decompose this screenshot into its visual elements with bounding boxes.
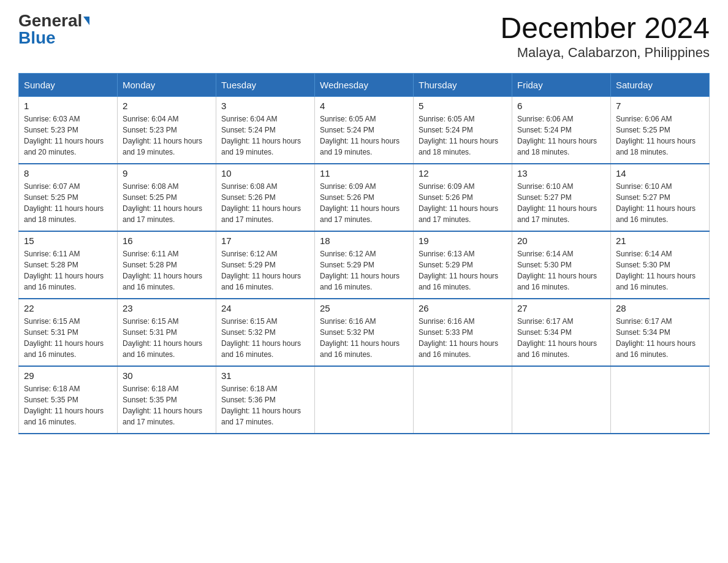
day-info: Sunrise: 6:18 AM Sunset: 5:35 PM Dayligh… <box>123 383 211 427</box>
calendar-cell: 9 Sunrise: 6:08 AM Sunset: 5:25 PM Dayli… <box>118 164 216 231</box>
day-number: 15 <box>24 236 112 246</box>
calendar-cell: 10 Sunrise: 6:08 AM Sunset: 5:26 PM Dayl… <box>216 164 315 231</box>
day-info: Sunrise: 6:13 AM Sunset: 5:29 PM Dayligh… <box>419 248 507 293</box>
day-number: 9 <box>123 168 211 178</box>
day-info: Sunrise: 6:04 AM Sunset: 5:24 PM Dayligh… <box>221 113 309 158</box>
calendar-day-header: Saturday <box>611 73 710 96</box>
day-info: Sunrise: 6:11 AM Sunset: 5:28 PM Dayligh… <box>24 248 112 293</box>
day-info: Sunrise: 6:03 AM Sunset: 5:23 PM Dayligh… <box>24 113 112 158</box>
calendar-cell: 26 Sunrise: 6:16 AM Sunset: 5:33 PM Dayl… <box>414 299 512 366</box>
calendar-cell: 31 Sunrise: 6:18 AM Sunset: 5:36 PM Dayl… <box>216 366 315 434</box>
calendar-cell: 15 Sunrise: 6:11 AM Sunset: 5:28 PM Dayl… <box>19 231 118 299</box>
page-header: General Blue December 2024 Malaya, Calab… <box>18 12 710 61</box>
day-info: Sunrise: 6:12 AM Sunset: 5:29 PM Dayligh… <box>221 248 309 293</box>
day-number: 25 <box>320 303 408 313</box>
day-info: Sunrise: 6:06 AM Sunset: 5:24 PM Dayligh… <box>517 113 605 158</box>
calendar-cell: 24 Sunrise: 6:15 AM Sunset: 5:32 PM Dayl… <box>216 299 315 366</box>
calendar-cell: 5 Sunrise: 6:05 AM Sunset: 5:24 PM Dayli… <box>414 96 512 164</box>
day-number: 31 <box>221 370 309 381</box>
day-number: 8 <box>24 168 112 178</box>
calendar-day-header: Friday <box>512 73 611 96</box>
calendar-cell: 23 Sunrise: 6:15 AM Sunset: 5:31 PM Dayl… <box>118 299 216 366</box>
calendar-week-row: 1 Sunrise: 6:03 AM Sunset: 5:23 PM Dayli… <box>19 96 710 164</box>
day-info: Sunrise: 6:11 AM Sunset: 5:28 PM Dayligh… <box>123 248 211 293</box>
logo-triangle-icon <box>83 17 89 25</box>
day-info: Sunrise: 6:04 AM Sunset: 5:23 PM Dayligh… <box>123 113 211 158</box>
day-number: 14 <box>616 168 704 178</box>
calendar-cell: 14 Sunrise: 6:10 AM Sunset: 5:27 PM Dayl… <box>611 164 710 231</box>
calendar-header-row: SundayMondayTuesdayWednesdayThursdayFrid… <box>19 73 710 96</box>
title-block: December 2024 Malaya, Calabarzon, Philip… <box>500 12 710 61</box>
calendar-cell: 25 Sunrise: 6:16 AM Sunset: 5:32 PM Dayl… <box>315 299 414 366</box>
calendar-cell: 11 Sunrise: 6:09 AM Sunset: 5:26 PM Dayl… <box>315 164 414 231</box>
day-number: 30 <box>123 370 211 381</box>
day-info: Sunrise: 6:07 AM Sunset: 5:25 PM Dayligh… <box>24 181 112 225</box>
day-info: Sunrise: 6:09 AM Sunset: 5:26 PM Dayligh… <box>419 181 507 225</box>
calendar-cell: 8 Sunrise: 6:07 AM Sunset: 5:25 PM Dayli… <box>19 164 118 231</box>
logo: General Blue <box>18 12 89 47</box>
calendar-week-row: 29 Sunrise: 6:18 AM Sunset: 5:35 PM Dayl… <box>19 366 710 434</box>
day-number: 7 <box>616 101 704 111</box>
day-number: 27 <box>517 303 605 313</box>
calendar-table: SundayMondayTuesdayWednesdayThursdayFrid… <box>18 73 710 435</box>
calendar-cell: 19 Sunrise: 6:13 AM Sunset: 5:29 PM Dayl… <box>414 231 512 299</box>
day-number: 19 <box>419 236 507 246</box>
calendar-cell <box>611 366 710 434</box>
day-number: 10 <box>221 168 309 178</box>
day-info: Sunrise: 6:17 AM Sunset: 5:34 PM Dayligh… <box>517 316 605 360</box>
day-number: 5 <box>419 101 507 111</box>
calendar-day-header: Tuesday <box>216 73 315 96</box>
day-number: 29 <box>24 370 112 381</box>
day-info: Sunrise: 6:10 AM Sunset: 5:27 PM Dayligh… <box>517 181 605 225</box>
day-info: Sunrise: 6:16 AM Sunset: 5:32 PM Dayligh… <box>320 316 408 360</box>
day-info: Sunrise: 6:18 AM Sunset: 5:36 PM Dayligh… <box>221 383 309 427</box>
day-info: Sunrise: 6:08 AM Sunset: 5:25 PM Dayligh… <box>123 181 211 225</box>
day-number: 17 <box>221 236 309 246</box>
calendar-cell: 13 Sunrise: 6:10 AM Sunset: 5:27 PM Dayl… <box>512 164 611 231</box>
day-number: 16 <box>123 236 211 246</box>
day-number: 2 <box>123 101 211 111</box>
calendar-cell: 17 Sunrise: 6:12 AM Sunset: 5:29 PM Dayl… <box>216 231 315 299</box>
day-info: Sunrise: 6:15 AM Sunset: 5:31 PM Dayligh… <box>123 316 211 360</box>
day-number: 3 <box>221 101 309 111</box>
calendar-cell: 4 Sunrise: 6:05 AM Sunset: 5:24 PM Dayli… <box>315 96 414 164</box>
logo-general-text: General <box>18 12 82 29</box>
calendar-cell: 28 Sunrise: 6:17 AM Sunset: 5:34 PM Dayl… <box>611 299 710 366</box>
day-number: 23 <box>123 303 211 313</box>
calendar-cell: 27 Sunrise: 6:17 AM Sunset: 5:34 PM Dayl… <box>512 299 611 366</box>
calendar-cell: 6 Sunrise: 6:06 AM Sunset: 5:24 PM Dayli… <box>512 96 611 164</box>
calendar-cell: 18 Sunrise: 6:12 AM Sunset: 5:29 PM Dayl… <box>315 231 414 299</box>
calendar-week-row: 8 Sunrise: 6:07 AM Sunset: 5:25 PM Dayli… <box>19 164 710 231</box>
day-info: Sunrise: 6:08 AM Sunset: 5:26 PM Dayligh… <box>221 181 309 225</box>
day-number: 11 <box>320 168 408 178</box>
day-number: 4 <box>320 101 408 111</box>
day-number: 28 <box>616 303 704 313</box>
calendar-cell: 22 Sunrise: 6:15 AM Sunset: 5:31 PM Dayl… <box>19 299 118 366</box>
calendar-cell: 1 Sunrise: 6:03 AM Sunset: 5:23 PM Dayli… <box>19 96 118 164</box>
day-number: 6 <box>517 101 605 111</box>
day-info: Sunrise: 6:16 AM Sunset: 5:33 PM Dayligh… <box>419 316 507 360</box>
calendar-cell <box>315 366 414 434</box>
location-title: Malaya, Calabarzon, Philippines <box>500 45 710 61</box>
day-info: Sunrise: 6:10 AM Sunset: 5:27 PM Dayligh… <box>616 181 704 225</box>
calendar-week-row: 15 Sunrise: 6:11 AM Sunset: 5:28 PM Dayl… <box>19 231 710 299</box>
calendar-cell: 30 Sunrise: 6:18 AM Sunset: 5:35 PM Dayl… <box>118 366 216 434</box>
day-number: 12 <box>419 168 507 178</box>
calendar-cell: 16 Sunrise: 6:11 AM Sunset: 5:28 PM Dayl… <box>118 231 216 299</box>
day-info: Sunrise: 6:09 AM Sunset: 5:26 PM Dayligh… <box>320 181 408 225</box>
calendar-cell <box>512 366 611 434</box>
day-info: Sunrise: 6:05 AM Sunset: 5:24 PM Dayligh… <box>419 113 507 158</box>
day-info: Sunrise: 6:15 AM Sunset: 5:32 PM Dayligh… <box>221 316 309 360</box>
logo-blue-text: Blue <box>18 29 56 47</box>
day-info: Sunrise: 6:14 AM Sunset: 5:30 PM Dayligh… <box>616 248 704 293</box>
day-info: Sunrise: 6:18 AM Sunset: 5:35 PM Dayligh… <box>24 383 112 427</box>
day-info: Sunrise: 6:06 AM Sunset: 5:25 PM Dayligh… <box>616 113 704 158</box>
day-info: Sunrise: 6:12 AM Sunset: 5:29 PM Dayligh… <box>320 248 408 293</box>
day-number: 18 <box>320 236 408 246</box>
day-number: 21 <box>616 236 704 246</box>
day-number: 1 <box>24 101 112 111</box>
calendar-day-header: Monday <box>118 73 216 96</box>
calendar-cell <box>414 366 512 434</box>
calendar-day-header: Wednesday <box>315 73 414 96</box>
calendar-cell: 3 Sunrise: 6:04 AM Sunset: 5:24 PM Dayli… <box>216 96 315 164</box>
